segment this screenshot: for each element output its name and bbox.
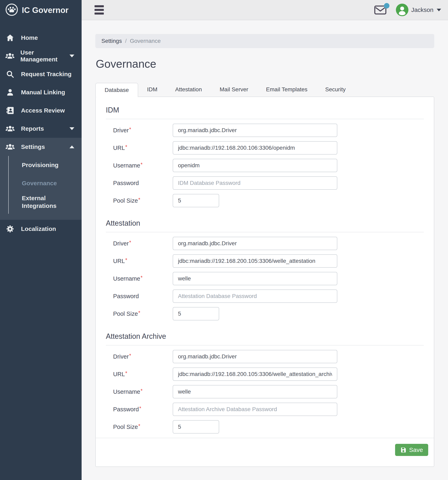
field-row: Driver* — [113, 237, 424, 250]
page-title: Governance — [96, 57, 434, 70]
mail-icon[interactable] — [374, 5, 387, 15]
header-right: Jackson — [374, 4, 441, 16]
section-attestation-archive: Attestation Archive Driver* URL* Usernam… — [106, 332, 424, 434]
search-icon — [5, 70, 15, 78]
tab-attestation[interactable]: Attestation — [166, 82, 211, 97]
idm-driver-input[interactable] — [173, 124, 337, 137]
breadcrumb-separator: / — [125, 38, 127, 44]
user-name[interactable]: Jackson — [411, 7, 434, 13]
sidebar-settings-group: Settings Provisioning Governance Externa… — [0, 138, 82, 220]
card-footer: Save — [96, 438, 434, 466]
sidebar-item-access-review[interactable]: Access Review — [0, 101, 82, 120]
chevron-up-icon — [70, 145, 74, 148]
notification-dot — [384, 3, 389, 8]
breadcrumb-settings-link[interactable]: Settings — [101, 38, 122, 44]
tab-bar: Database IDM Attestation Mail Server Ema… — [95, 82, 434, 97]
users-icon — [5, 143, 15, 151]
archive-pool-size-input[interactable] — [173, 420, 219, 434]
app-logo[interactable]: IC Governor — [0, 0, 82, 20]
chevron-down-icon[interactable] — [437, 9, 441, 11]
sidebar-item-user-management[interactable]: User Management — [0, 47, 82, 65]
required-marker: * — [129, 126, 131, 132]
archive-password-input[interactable] — [173, 403, 337, 416]
field-row: URL* — [113, 141, 424, 155]
field-row: Driver* — [113, 350, 424, 363]
attestation-url-input[interactable] — [173, 254, 337, 268]
section-idm: IDM Driver* URL* Username* — [106, 106, 424, 207]
field-row: Driver* — [113, 124, 424, 137]
sidebar-subitem-external-integrations[interactable]: External Integrations — [0, 192, 82, 212]
attestation-username-input[interactable] — [173, 272, 337, 285]
tab-idm[interactable]: IDM — [138, 82, 166, 97]
sidebar-item-home[interactable]: Home — [0, 29, 82, 47]
users-icon — [5, 52, 14, 60]
field-row: Pool Size* — [113, 307, 424, 320]
user-icon — [5, 88, 15, 96]
sidebar-item-localization[interactable]: Localization — [0, 220, 82, 238]
idm-url-input[interactable] — [173, 141, 337, 155]
archive-driver-input[interactable] — [173, 350, 337, 363]
required-marker: * — [125, 144, 127, 150]
settings-subnav: Provisioning Governance External Integra… — [0, 156, 82, 220]
required-marker: * — [138, 197, 140, 203]
sidebar-subitem-governance[interactable]: Governance — [0, 174, 82, 192]
main-area: Jackson Settings / Governance Governance… — [82, 0, 448, 480]
sidebar-item-settings[interactable]: Settings — [0, 138, 82, 156]
sidebar-item-request-tracking[interactable]: Request Tracking — [0, 65, 82, 83]
section-title: Attestation Archive — [106, 332, 424, 341]
sidebar-subitem-provisioning[interactable]: Provisioning — [0, 156, 82, 174]
app-title: IC Governor — [22, 6, 69, 15]
field-row: URL* — [113, 367, 424, 381]
required-marker: * — [138, 423, 140, 429]
sidebar-item-manual-linking[interactable]: Manual Linking — [0, 83, 82, 101]
idm-pool-size-input[interactable] — [173, 194, 219, 207]
attestation-password-input[interactable] — [173, 289, 337, 303]
tab-email-templates[interactable]: Email Templates — [257, 82, 316, 97]
database-settings-card: IDM Driver* URL* Username* — [95, 97, 434, 467]
home-icon — [5, 34, 15, 42]
section-title: Attestation — [106, 219, 424, 227]
paw-logo-icon — [5, 3, 18, 17]
field-row: Password* — [113, 403, 424, 416]
field-row: Pool Size* — [113, 194, 424, 207]
field-row: URL* — [113, 254, 424, 268]
save-button[interactable]: Save — [395, 444, 428, 456]
field-row: Pool Size* — [113, 420, 424, 434]
chevron-down-icon — [70, 55, 74, 57]
address-book-icon — [5, 106, 15, 114]
field-row: Username* — [113, 272, 424, 285]
field-row: Username* — [113, 159, 424, 172]
breadcrumb: Settings / Governance — [95, 34, 434, 48]
idm-password-input[interactable] — [173, 176, 337, 190]
required-marker: * — [129, 239, 131, 246]
breadcrumb-current: Governance — [130, 38, 161, 44]
required-marker: * — [140, 162, 143, 168]
required-marker: * — [125, 257, 127, 263]
tab-security[interactable]: Security — [316, 82, 355, 97]
gear-icon — [5, 225, 15, 233]
page-content: Settings / Governance Governance Databas… — [82, 20, 448, 470]
field-row: Password — [113, 289, 424, 303]
required-marker: * — [129, 353, 131, 359]
avatar[interactable] — [396, 4, 408, 16]
tab-database[interactable]: Database — [95, 83, 138, 97]
sidebar: IC Governor Home User Management — [0, 0, 82, 480]
attestation-pool-size-input[interactable] — [173, 307, 219, 320]
field-row: Username* — [113, 385, 424, 398]
section-attestation: Attestation Driver* URL* Username* — [106, 219, 424, 320]
chevron-down-icon — [70, 127, 74, 130]
sidebar-item-reports[interactable]: Reports — [0, 120, 82, 138]
save-floppy-icon — [400, 447, 406, 453]
hamburger-menu-icon[interactable] — [95, 5, 104, 14]
attestation-driver-input[interactable] — [173, 237, 337, 250]
users-icon — [5, 125, 15, 133]
section-title: IDM — [106, 106, 424, 114]
required-marker: * — [140, 275, 143, 281]
field-row: Password — [113, 176, 424, 190]
archive-username-input[interactable] — [173, 385, 337, 398]
required-marker: * — [139, 405, 141, 411]
idm-username-input[interactable] — [173, 159, 337, 172]
required-marker: * — [140, 388, 143, 394]
archive-url-input[interactable] — [173, 367, 337, 381]
tab-mail-server[interactable]: Mail Server — [211, 82, 257, 97]
